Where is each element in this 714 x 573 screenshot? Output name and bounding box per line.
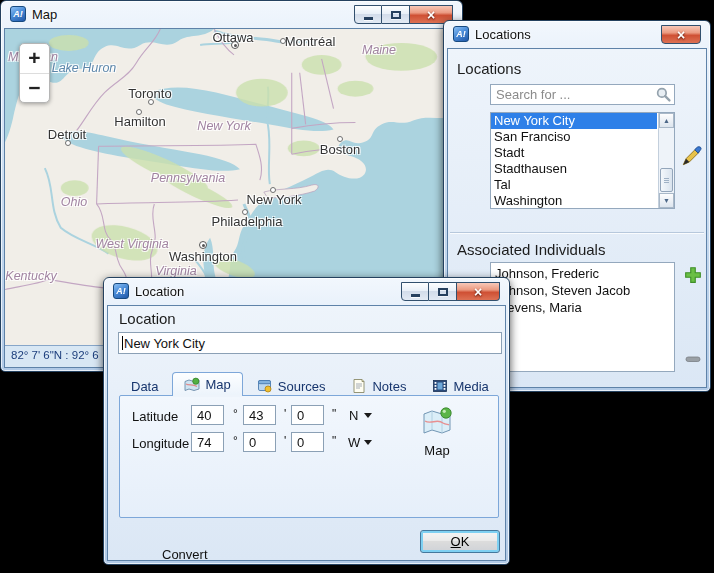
longitude-seconds-input[interactable]: [291, 432, 324, 452]
ancestris-app-icon: A!: [453, 26, 469, 42]
map-label: Philadelphia: [212, 214, 283, 229]
city-marker-icon: [65, 140, 71, 146]
chevron-down-icon[interactable]: [364, 413, 372, 418]
add-individual-button[interactable]: [684, 266, 702, 284]
city-marker-icon: [231, 41, 239, 49]
edit-pen-icon[interactable]: [680, 146, 702, 168]
scrollbar-thumb[interactable]: [660, 168, 673, 192]
scroll-up-icon[interactable]: ▲: [659, 113, 674, 128]
scrollbar[interactable]: ▲ ▼: [658, 113, 674, 208]
map-icon: [421, 423, 453, 440]
location-list-item[interactable]: Tal: [491, 177, 657, 193]
text-caret: [122, 336, 123, 350]
individual-list-item[interactable]: Johnson, Steven Jacob: [491, 282, 674, 299]
ancestris-app-icon: A!: [10, 6, 26, 22]
ancestris-app-icon: A!: [113, 283, 129, 299]
individual-list-item[interactable]: Johnson, Frederic: [491, 265, 674, 282]
remove-individual-button[interactable]: [685, 350, 701, 362]
minimize-button[interactable]: [401, 282, 429, 301]
city-marker-icon: [337, 136, 343, 142]
location-field-label: Location: [119, 310, 176, 327]
map-window-caption-buttons: ×: [354, 5, 453, 24]
search-input[interactable]: [490, 84, 675, 105]
convert-button[interactable]: Convert: [162, 547, 208, 561]
longitude-minutes-input[interactable]: [243, 432, 276, 452]
location-dialog-title: Location: [135, 284, 184, 299]
tab-map[interactable]: Map: [172, 372, 242, 396]
minimize-button[interactable]: [354, 5, 382, 24]
zoom-out-button[interactable]: −: [20, 73, 49, 103]
latitude-seconds-input[interactable]: [291, 405, 324, 425]
minute-symbol: ': [284, 407, 286, 421]
tab-label: Notes: [372, 379, 406, 394]
map-label: Washington: [169, 249, 237, 264]
minute-symbol: ': [284, 434, 286, 448]
maximize-button[interactable]: [429, 282, 457, 301]
sources-icon: [257, 378, 273, 394]
tab-label: Media: [453, 379, 488, 394]
individual-list-item[interactable]: Stevens, Maria: [491, 299, 674, 316]
longitude-degrees-input[interactable]: [191, 432, 224, 452]
map-label: Hamilton: [114, 114, 165, 129]
map-label: New York: [197, 119, 250, 133]
minimize-icon: [411, 294, 420, 297]
latitude-hemisphere-select[interactable]: N: [349, 408, 358, 423]
dialog-tabs: DataMapSourcesNotesMedia: [119, 372, 503, 396]
map-label: Ohio: [61, 195, 87, 209]
location-dialog: A! Location × Location New York City Dat…: [103, 277, 510, 565]
location-list-item[interactable]: Stadthausen: [491, 161, 657, 177]
location-list-item[interactable]: Washington: [491, 193, 657, 209]
city-marker-icon: [199, 241, 207, 249]
zoom-in-button[interactable]: +: [20, 44, 49, 73]
dialog-caption-buttons: ×: [401, 282, 500, 301]
location-list-item[interactable]: Stadt: [491, 145, 657, 161]
longitude-hemisphere-select[interactable]: W: [348, 435, 360, 450]
scroll-down-icon[interactable]: ▼: [659, 193, 674, 208]
chevron-down-icon[interactable]: [364, 440, 372, 445]
maximize-button[interactable]: [382, 5, 410, 24]
search-icon[interactable]: [655, 86, 672, 103]
dialog-content: Location New York City DataMapSourcesNot…: [107, 305, 506, 561]
tab-sources[interactable]: Sources: [245, 375, 338, 396]
map-label: West Virginia: [95, 237, 168, 251]
ok-label-rest: K: [461, 534, 470, 549]
city-marker-icon: [148, 99, 154, 105]
location-input-value: New York City: [124, 336, 205, 351]
locations-caption-buttons: ×: [661, 25, 701, 44]
tab-notes[interactable]: Notes: [339, 375, 418, 396]
latitude-label: Latitude: [132, 409, 178, 424]
close-icon: ×: [427, 8, 435, 22]
map-label: Kentucky: [5, 269, 56, 283]
second-symbol: ": [332, 407, 336, 421]
location-list-item[interactable]: New York City: [491, 113, 657, 129]
longitude-label: Longitude: [132, 436, 189, 451]
map-label: Boston: [320, 142, 360, 157]
location-list-item[interactable]: San Franciso: [491, 129, 657, 145]
map-label: Maine: [362, 43, 396, 57]
tab-label: Map: [205, 377, 230, 392]
individuals-list: Johnson, FredericJohnson, Steven JacobSt…: [490, 262, 675, 372]
locations-section-title: Locations: [457, 60, 521, 77]
show-map-button[interactable]: Map: [408, 405, 466, 465]
close-button[interactable]: ×: [457, 282, 500, 301]
latitude-minutes-input[interactable]: [243, 405, 276, 425]
ok-label-underlined: O: [451, 534, 461, 549]
map-label: Pennsylvania: [151, 171, 225, 185]
close-button[interactable]: ×: [661, 25, 701, 44]
city-marker-icon: [136, 109, 142, 115]
tab-media[interactable]: Media: [420, 375, 500, 396]
location-input[interactable]: New York City: [118, 332, 502, 354]
tab-label: Data: [131, 379, 158, 394]
latitude-degrees-input[interactable]: [191, 405, 224, 425]
map-label: Montréal: [285, 34, 336, 49]
tab-label: Sources: [278, 379, 326, 394]
maximize-icon: [391, 11, 401, 19]
minimize-icon: [364, 17, 373, 20]
map-tab-icon: [184, 377, 200, 393]
city-marker-icon: [280, 38, 286, 44]
ok-button[interactable]: OK: [420, 530, 500, 553]
map-label: Virginia: [155, 264, 196, 278]
notes-icon: [351, 378, 367, 394]
tab-data[interactable]: Data: [119, 375, 170, 396]
media-icon: [432, 378, 448, 394]
